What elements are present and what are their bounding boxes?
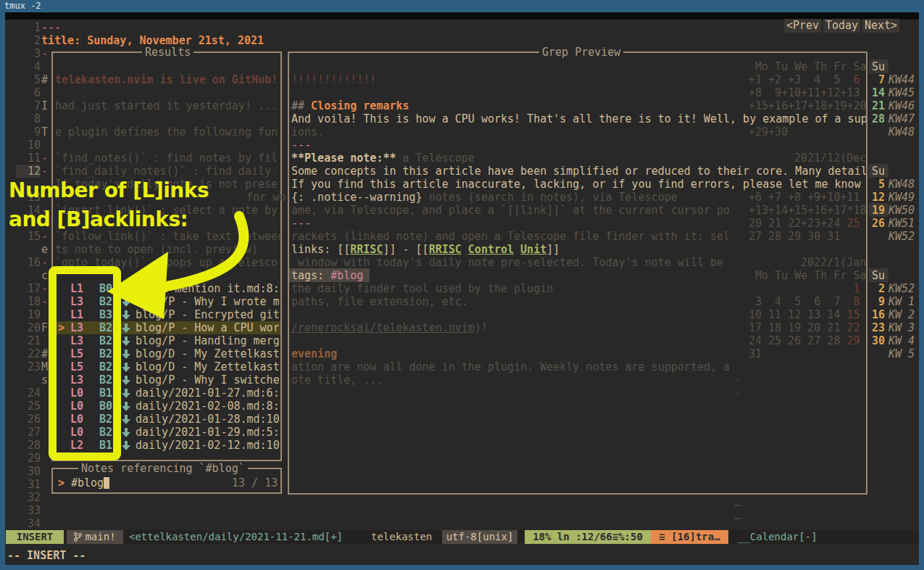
- text-seg: ]] - [[: [383, 243, 428, 256]
- calendar-sunday-date[interactable]: 21: [872, 99, 885, 112]
- calendar-sunday-date[interactable]: 12: [872, 191, 885, 204]
- encoding-segment: utf-8[unix]: [442, 530, 517, 544]
- text-seg: And voila! This is how a CPU works! That…: [291, 112, 866, 125]
- text-seg: 2022/1(Jan: [801, 256, 866, 269]
- gutter-line-number: 5: [16, 73, 41, 86]
- gutter-line-number: 16: [16, 256, 41, 269]
- text-seg: 29: [28, 452, 41, 465]
- text-seg: KW52: [888, 230, 915, 243]
- window-border-bottom: [0, 565, 924, 570]
- text-seg: ]]: [546, 243, 559, 256]
- text-seg: `find_notes()` : find notes by fil: [55, 152, 278, 165]
- results-dim-line: for wo: [246, 191, 286, 204]
- buffers-info-segment: ≡ [16]tra…: [651, 530, 728, 544]
- text-seg: KW45: [888, 86, 915, 99]
- text-seg: F: [41, 321, 48, 334]
- calendar-sunday-date[interactable]: 23: [872, 321, 885, 334]
- text-seg: Su: [872, 60, 885, 73]
- text-seg: ---: [41, 21, 61, 34]
- prev-button[interactable]: <Prev: [784, 19, 821, 33]
- calendar-week-number: KW47: [888, 112, 915, 125]
- gutter-line-number: 6: [16, 86, 41, 99]
- text-seg: the daily finder tool used by the plugin: [291, 282, 553, 295]
- calendar-sunday-date[interactable]: 9: [872, 295, 885, 308]
- text-seg: 25: [28, 400, 41, 413]
- calendar-week-number: KW48: [888, 178, 915, 191]
- text-seg: daily/2021-02-08.md:8:: [136, 400, 279, 413]
- text-seg: window with today's daily note pre-selec…: [291, 256, 723, 269]
- calendar-sunday-date[interactable]: 14: [872, 86, 885, 99]
- text-seg: 21: [28, 334, 41, 347]
- buffer-line: title: Sunday, November 21st, 2021: [41, 34, 264, 47]
- preview-title: Grep Preview: [539, 46, 623, 59]
- calendar-sunday-date[interactable]: 28: [872, 112, 885, 125]
- annotation-highlight-box: [49, 266, 121, 460]
- text-seg: notes (search in notes), via Telescope: [423, 191, 678, 204]
- text-seg: 20 21 22+23+24: [749, 217, 840, 230]
- calendar-dim-row: +15+16+17+18+19+20: [749, 99, 867, 112]
- buffer-line: ---: [41, 21, 61, 34]
- window-titlebar[interactable]: tmux -2: [0, 0, 924, 12]
- calendar-dim-row: 1: [749, 282, 860, 295]
- calendar-sunday-date[interactable]: 26: [872, 217, 885, 230]
- buffer-text-fragment: -: [41, 256, 48, 269]
- text-seg: #blog: [330, 269, 363, 282]
- text-seg: ~: [734, 373, 741, 387]
- calendar-sunday-date[interactable]: 16: [872, 308, 885, 321]
- calendar-sunday-date[interactable]: 2: [872, 282, 885, 295]
- preview-line: ---: [291, 139, 866, 152]
- next-button[interactable]: Next>: [862, 19, 899, 33]
- file-path: <ettelkasten/daily/2021-11-21.md[+]: [129, 530, 343, 544]
- text-seg: 7: [878, 73, 885, 86]
- text-seg: i mention it.md:8:: [136, 282, 279, 295]
- text-seg: KW 5: [888, 347, 915, 360]
- gutter-line-number: 3: [16, 47, 41, 60]
- result-item-label: daily/2021-02-08.md:8:: [136, 400, 279, 413]
- calendar-dim-row: +6 +7 +8 +9+10+11: [749, 191, 860, 204]
- annotation-text-line1: Number of [L]inks: [9, 177, 209, 205]
- preview-line: evening: [291, 347, 866, 360]
- gutter-line-number: 28: [16, 439, 41, 452]
- calendar-sunday-date[interactable]: 7: [872, 73, 885, 86]
- text-seg: blog/P - Why I wrote m: [136, 295, 279, 308]
- result-item-label: blog/D - My Zettelkast: [136, 347, 279, 360]
- calendar-sunday-date[interactable]: 19: [872, 204, 885, 217]
- buffer-text-fragment: F: [41, 321, 48, 334]
- text-seg: <Prev: [786, 19, 819, 32]
- prompt-query-input[interactable]: #blog: [71, 476, 104, 490]
- command-line-mode-text: -- INSERT --: [7, 549, 86, 562]
- prompt-caret: >: [58, 476, 64, 490]
- text-seg: Mo Tu We Th Fr Sa: [755, 60, 867, 73]
- text-seg: -: [41, 165, 48, 178]
- text-seg: !!!!!!!!!!!!!: [291, 73, 376, 86]
- text-seg: ##: [291, 99, 311, 112]
- text-seg: 11: [28, 152, 41, 165]
- text-seg: blog/P - Encrypted git: [136, 308, 279, 321]
- git-branch-icon: [74, 532, 82, 542]
- text-seg: 2: [34, 34, 41, 47]
- calendar-sunday-date[interactable]: 30: [872, 334, 885, 347]
- text-seg: 27 28 29 30 31: [749, 230, 840, 243]
- text-seg: -: [41, 282, 48, 295]
- result-item-label: blog/P - Handling merg: [136, 334, 279, 347]
- buffer-text-fragment: -: [41, 295, 48, 308]
- calendar-week-number: KW 1: [888, 295, 915, 308]
- calendar-week-number: KW 2: [888, 308, 915, 321]
- text-seg: 9: [878, 295, 885, 308]
- text-seg: 23: [872, 321, 885, 334]
- preview-line: And voila! This is how a CPU works! That…: [291, 112, 866, 125]
- text-seg: 29: [846, 334, 860, 347]
- text-seg: daily/2021-01-28.md:10: [136, 413, 279, 426]
- text-seg: 19: [872, 204, 885, 217]
- calendar-week-number: KW 5: [888, 347, 915, 360]
- today-button[interactable]: Today: [823, 19, 860, 33]
- text-seg: [514, 243, 520, 256]
- buffer-text-fragment: T: [41, 125, 48, 139]
- text-seg: telekasten.nvim is live on GitHub!: [55, 73, 278, 86]
- text-seg: Su: [872, 269, 885, 282]
- text-seg: -: [41, 47, 48, 60]
- calendar-dim-row: 3 4 5 6 7 8: [749, 295, 860, 308]
- calendar-sunday-date[interactable]: 5: [872, 178, 885, 191]
- cursor-position-segment: 18% ln :12/66≡%:50: [525, 530, 651, 544]
- calendar-sunday-header: Su: [872, 165, 885, 178]
